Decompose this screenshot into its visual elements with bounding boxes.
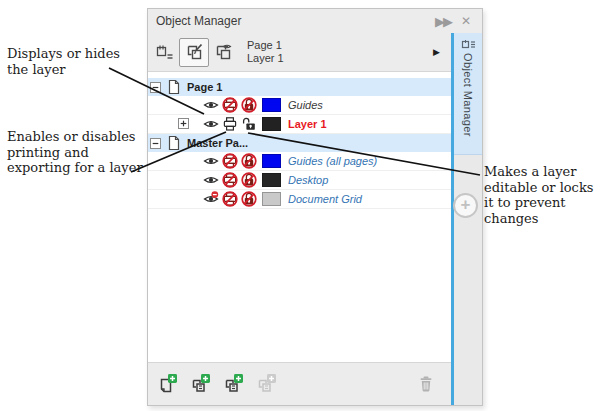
layer-row-guides[interactable]: Guides	[148, 96, 451, 115]
layer-manager-view-button[interactable]	[211, 40, 235, 64]
delete-layer-button[interactable]	[413, 371, 439, 397]
docker-main: Page 1 Layer 1 ▶ Page 1	[148, 33, 454, 405]
note-printing: Enables or disables printing and exporti…	[7, 129, 147, 176]
layer-list: Page 1 Guides	[148, 72, 451, 362]
visibility-eye-partial-icon[interactable]	[203, 191, 219, 207]
note-visibility: Displays or hides the layer	[7, 46, 123, 77]
lock-locked-icon[interactable]	[241, 153, 257, 169]
expand-flyout-plus-button[interactable]: +	[453, 193, 478, 218]
visibility-eye-icon[interactable]	[203, 97, 219, 113]
object-manager-tab-label: Object Manager	[462, 53, 474, 137]
note-locking: Makes a layer editable or locks it to pr…	[484, 164, 596, 226]
object-manager-docker: Object Manager ▶▶ ✕	[147, 8, 483, 406]
flyout-chevrons-icon[interactable]: ▶▶	[435, 15, 451, 28]
layer-color-swatch[interactable]	[262, 192, 281, 206]
layer-name[interactable]: Desktop	[288, 174, 328, 186]
new-layer-button[interactable]	[155, 371, 181, 397]
print-disabled-icon[interactable]	[222, 191, 238, 207]
docker-titlebar: Object Manager ▶▶ ✕	[148, 9, 482, 33]
object-manager-tab[interactable]: Object Manager	[454, 33, 482, 155]
docker-footer	[148, 362, 451, 405]
expand-icon[interactable]	[178, 118, 189, 129]
layer-color-swatch[interactable]	[262, 117, 281, 131]
layer-row-desktop[interactable]: Desktop	[148, 171, 451, 190]
print-disabled-icon[interactable]	[222, 153, 238, 169]
flyout-arrow-icon[interactable]: ▶	[433, 47, 440, 57]
active-layer-label: Layer 1	[247, 52, 284, 65]
layer-name[interactable]: Guides (all pages)	[288, 155, 377, 167]
page-icon	[167, 135, 181, 151]
visibility-eye-icon[interactable]	[203, 172, 219, 188]
lock-locked-icon[interactable]	[241, 191, 257, 207]
visibility-eye-icon[interactable]	[203, 116, 219, 132]
new-master-layer-odd-pages-button[interactable]	[221, 371, 247, 397]
layer-row-guides-all-pages[interactable]: Guides (all pages)	[148, 152, 451, 171]
new-master-layer-even-pages-button[interactable]	[254, 371, 280, 397]
show-object-properties-button[interactable]	[153, 40, 177, 64]
close-icon[interactable]: ✕	[461, 15, 471, 27]
edit-across-layers-button[interactable]	[179, 38, 209, 67]
docker-toolbar: Page 1 Layer 1 ▶	[148, 33, 451, 72]
visibility-eye-icon[interactable]	[203, 153, 219, 169]
docker-title: Object Manager	[156, 14, 241, 28]
collapse-icon[interactable]	[150, 138, 161, 149]
layer-color-swatch[interactable]	[262, 154, 281, 168]
layer-row-document-grid[interactable]: Document Grid	[148, 190, 451, 209]
print-disabled-icon[interactable]	[222, 97, 238, 113]
layer-name[interactable]: Document Grid	[288, 193, 362, 205]
layer-name[interactable]: Layer 1	[288, 118, 327, 130]
lock-locked-icon[interactable]	[241, 172, 257, 188]
layer-color-swatch[interactable]	[262, 173, 281, 187]
docker-tab-strip: Object Manager +	[454, 33, 482, 405]
docker-pin-icon	[461, 39, 476, 50]
collapse-icon[interactable]	[150, 82, 161, 93]
new-master-layer-all-pages-button[interactable]	[188, 371, 214, 397]
active-page-label: Page 1	[247, 39, 284, 52]
master-page-header-label: Master Pa...	[187, 137, 248, 149]
layer-name[interactable]: Guides	[288, 99, 323, 111]
master-page-header-row[interactable]: Master Pa...	[148, 134, 451, 152]
page-icon	[167, 79, 181, 95]
page-header-row[interactable]: Page 1	[148, 78, 451, 96]
print-disabled-icon[interactable]	[222, 172, 238, 188]
print-enabled-icon[interactable]	[222, 116, 238, 132]
layer-color-swatch[interactable]	[262, 98, 281, 112]
page-header-label: Page 1	[187, 81, 222, 93]
screenshot-root: Displays or hides the layer Enables or d…	[0, 0, 600, 411]
active-page-layer-label: Page 1 Layer 1	[247, 39, 284, 65]
layer-row-layer1[interactable]: Layer 1	[148, 115, 451, 134]
lock-open-icon[interactable]	[241, 116, 257, 132]
lock-locked-icon[interactable]	[241, 97, 257, 113]
